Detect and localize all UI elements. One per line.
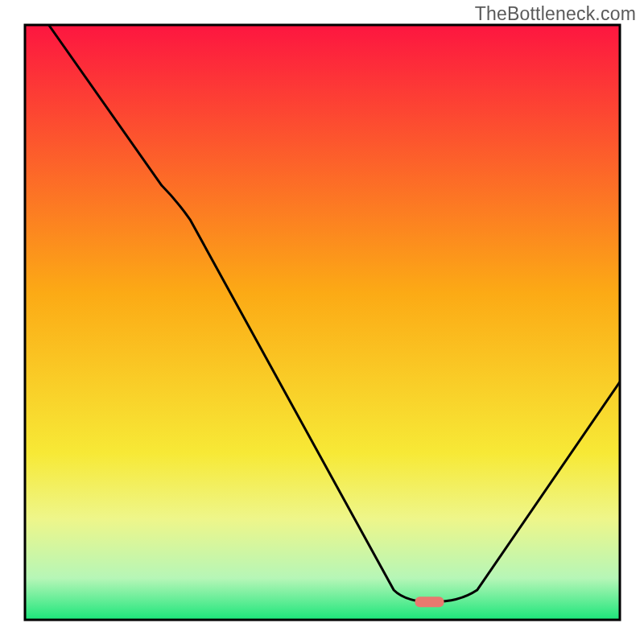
optimum-marker bbox=[415, 597, 444, 607]
chart-container: TheBottleneck.com bbox=[0, 0, 644, 644]
watermark-text: TheBottleneck.com bbox=[475, 3, 636, 25]
chart-svg bbox=[0, 0, 644, 644]
gradient-background bbox=[25, 25, 620, 620]
